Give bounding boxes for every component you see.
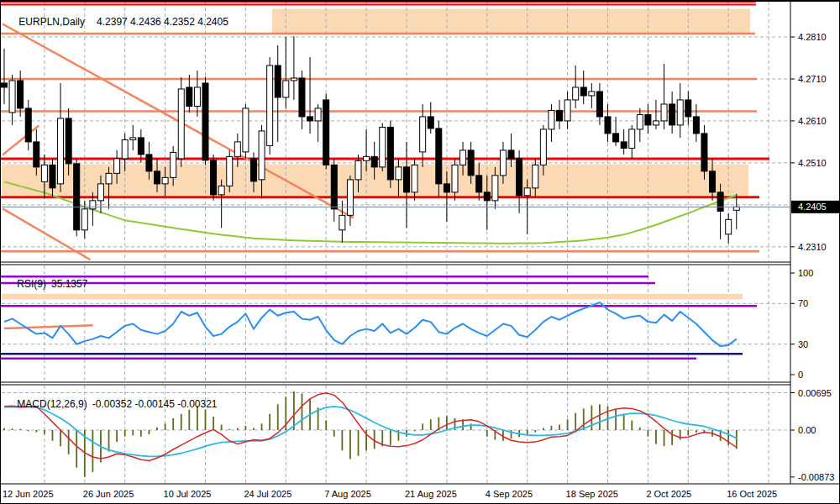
rsi-panel[interactable] — [1, 265, 790, 382]
main-chart-panel[interactable] — [1, 1, 790, 262]
macd-panel[interactable] — [1, 385, 790, 484]
trading-chart-window: 4.28104.27104.26104.25104.23104.24051007… — [0, 0, 840, 504]
price-axis[interactable] — [790, 1, 840, 484]
time-axis[interactable] — [1, 484, 840, 504]
